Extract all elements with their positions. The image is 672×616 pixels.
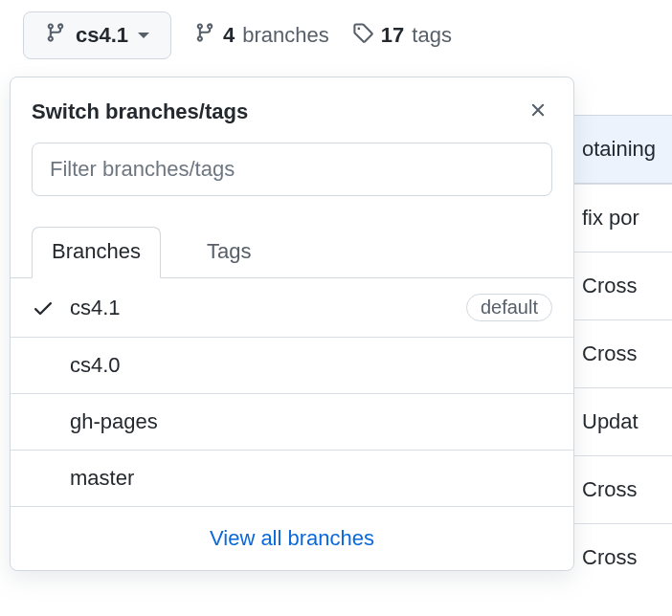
commit-row-fragment: Cross xyxy=(565,252,672,319)
popover-header: Switch branches/tags xyxy=(11,77,573,143)
default-badge: default xyxy=(466,294,552,321)
branch-name: cs4.0 xyxy=(70,353,552,378)
branch-item[interactable]: cs4.0 xyxy=(11,338,573,394)
close-button[interactable] xyxy=(524,95,552,129)
branch-icon xyxy=(45,22,66,49)
filter-wrap xyxy=(11,143,573,213)
repo-toolbar: cs4.1 4 branches 17 tags xyxy=(0,0,672,71)
branches-text: branches xyxy=(242,23,329,48)
check-icon xyxy=(32,297,70,319)
tags-count: 17 xyxy=(381,23,404,48)
branch-name: gh-pages xyxy=(70,409,552,434)
caret-down-icon xyxy=(138,33,149,38)
branch-icon xyxy=(194,22,215,49)
branch-item[interactable]: cs4.1default xyxy=(11,278,573,338)
commit-row-fragment: Updat xyxy=(565,387,672,455)
branch-name: cs4.1 xyxy=(70,296,466,320)
branch-name: master xyxy=(70,466,552,491)
branches-link[interactable]: 4 branches xyxy=(194,22,329,49)
commit-row-fragment: Cross xyxy=(565,319,672,387)
branch-item[interactable]: gh-pages xyxy=(11,394,573,451)
filter-input[interactable] xyxy=(32,143,552,196)
branch-select-button[interactable]: cs4.1 xyxy=(23,11,171,59)
tab-tags[interactable]: Tags xyxy=(188,227,270,277)
commit-row-fragment: fix por xyxy=(565,184,672,252)
tab-branches[interactable]: Branches xyxy=(32,227,161,278)
close-icon xyxy=(527,97,549,126)
tag-icon xyxy=(352,22,373,49)
branch-list: cs4.1defaultcs4.0gh-pagesmaster xyxy=(11,278,573,506)
branch-item[interactable]: master xyxy=(11,451,573,506)
commit-row-fragment: otaining xyxy=(565,115,672,184)
view-all-branches-link[interactable]: View all branches xyxy=(210,526,374,550)
branches-count: 4 xyxy=(223,23,235,48)
current-branch-label: cs4.1 xyxy=(76,23,128,48)
popover-title: Switch branches/tags xyxy=(32,99,248,124)
tags-text: tags xyxy=(412,23,452,48)
commit-row-fragment: Cross xyxy=(565,523,672,591)
background-commit-list: otainingfix porCrossCrossUpdatCrossCross xyxy=(565,115,672,591)
tags-link[interactable]: 17 tags xyxy=(352,22,452,49)
view-all-wrap: View all branches xyxy=(11,506,573,570)
tab-bar: Branches Tags xyxy=(11,227,573,278)
commit-row-fragment: Cross xyxy=(565,455,672,523)
branch-switcher-popover: Switch branches/tags Branches Tags cs4.1… xyxy=(10,77,574,571)
